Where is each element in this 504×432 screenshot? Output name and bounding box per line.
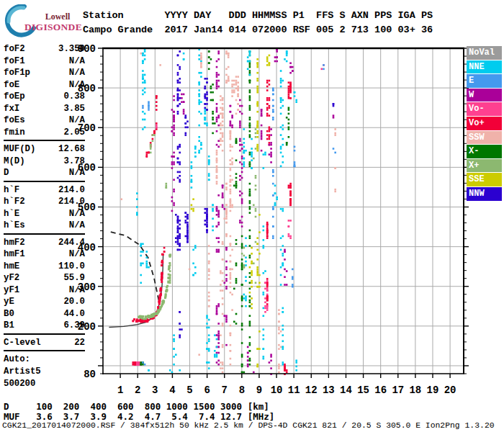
auto-scaling-line: Auto: (4, 354, 85, 366)
param-value: N/A (69, 67, 85, 79)
param-value: N/A (69, 248, 85, 261)
param-row: fxI3.85 (4, 103, 85, 115)
param-label: yF2 (4, 272, 19, 284)
legend-item: Vo+ (467, 117, 502, 130)
param-row: hmF2244.4 (4, 237, 85, 249)
legend-item: W (467, 89, 502, 102)
x-axis-tick-label: 2 (135, 384, 140, 396)
param-value: 214.0 (58, 184, 85, 197)
param-label: B0 (4, 308, 14, 320)
auto-scaling-line: 500200 (4, 378, 85, 390)
x-axis-tick-label: 1 (117, 384, 123, 396)
param-value: 20.0 (63, 296, 85, 308)
param-label: M(D) (4, 156, 25, 168)
param-label: h`Es (4, 220, 25, 232)
x-axis-tick-label: 12 (305, 384, 318, 396)
x-axis-tick-label: 3 (152, 384, 158, 396)
param-row: foEsN/A (4, 114, 85, 127)
param-label: fmin (4, 127, 25, 139)
legend-item: SSE (467, 173, 502, 186)
parameter-panel: foF23.350foF1N/AfoF1pN/AfoEN/AfoEp0.38fx… (4, 43, 85, 390)
param-row: yF1N/A (4, 284, 85, 297)
legend-item: NNE (467, 60, 502, 74)
param-label: fxI (4, 103, 19, 115)
param-label: h`F (4, 184, 19, 197)
param-label: B1 (4, 320, 14, 332)
param-label: hmE (4, 261, 19, 273)
param-label: foEs (4, 114, 25, 127)
param-value: 6.39 (63, 320, 85, 332)
legend-item: E (467, 74, 502, 88)
param-value: 22 (74, 337, 85, 349)
param-row: foEN/A (4, 79, 85, 91)
param-value: N/A (69, 208, 85, 220)
param-row: hmE110.0 (4, 261, 85, 273)
param-label: foF1 (4, 55, 25, 68)
x-axis-tick-label: 11 (288, 384, 300, 396)
param-value: N/A (69, 55, 85, 68)
param-value: 3.78 (63, 156, 85, 168)
distance-row: D 100 200 400 600 800 1000 1500 3000 [km… (4, 401, 269, 412)
param-value: N/A (69, 284, 85, 297)
param-value: N/A (69, 220, 85, 232)
x-axis-tick-label: 13 (323, 384, 335, 396)
param-value: 12.68 (58, 143, 85, 156)
param-row: DN/A (4, 167, 85, 179)
x-axis-tick-label: 9 (256, 384, 262, 396)
param-row: h`F2214.0 (4, 196, 85, 208)
divider (4, 333, 85, 335)
param-label: foF2 (4, 43, 25, 55)
param-label: h`F2 (4, 196, 25, 208)
param-value: 3.85 (63, 103, 85, 115)
param-row: foEp0.38 (4, 91, 85, 103)
param-row: foF1N/A (4, 55, 85, 68)
x-axis-tick-label: 15 (357, 384, 369, 396)
x-axis-tick-label: 10 (271, 384, 283, 396)
x-axis-tick-label: 8 (239, 384, 245, 396)
param-value: 110.0 (58, 261, 85, 273)
param-row: foF23.350 (4, 43, 85, 55)
param-value: N/A (69, 114, 85, 127)
param-label: D (4, 167, 9, 179)
x-axis-tick-label: 16 (374, 384, 387, 396)
divider (4, 140, 85, 141)
param-row: B16.39 (4, 320, 85, 332)
param-row: hmF1N/A (4, 248, 85, 261)
legend-item: Vo- (467, 102, 502, 116)
legend-item: SSW (467, 131, 502, 145)
param-label: foF1p (4, 67, 30, 79)
param-label: MUF(D) (4, 143, 35, 156)
digisonde-ionogram-screen: Lowell DIGISONDE Station YYYY DAY DDD HH… (0, 0, 504, 432)
x-axis-tick-label: 14 (340, 384, 352, 396)
x-axis-tick-label: 20 (444, 384, 456, 396)
x-axis-tick-label: 6 (204, 384, 210, 396)
param-value: N/A (69, 167, 85, 179)
param-row: foF1pN/A (4, 67, 85, 79)
param-label: C-level (4, 337, 41, 349)
x-axis-tick-label: 18 (409, 384, 421, 396)
x-axis-tick-label: 17 (392, 384, 404, 396)
param-label: foEp (4, 91, 25, 103)
x-axis-tick-label: 5 (186, 384, 192, 396)
param-label: h`E (4, 208, 19, 220)
param-row: C-level22 (4, 337, 85, 349)
divider (4, 181, 85, 182)
param-value: 55.9 (63, 272, 85, 284)
muf-row: MUF 3.6 3.7 3.9 4.2 4.7 5.4 7.4 12.7 [MH… (4, 411, 274, 422)
echo-direction-legend: NoValNNEEWVo-Vo+SSWX-X+SSENNW (467, 46, 502, 202)
param-label: yE (4, 296, 14, 308)
param-value: 0.38 (63, 91, 85, 103)
x-axis-tick-label: 4 (169, 384, 175, 396)
param-row: h`EN/A (4, 208, 85, 220)
param-row: yE20.0 (4, 296, 85, 308)
divider (4, 233, 85, 235)
param-row: h`F214.0 (4, 184, 85, 197)
file-info-footer: CGK21_2017014072000.RSF / 384fx512h 50 k… (2, 421, 495, 430)
param-value: 3.350 (58, 43, 85, 55)
param-value: N/A (69, 79, 85, 91)
x-axis-tick-label: 7 (222, 384, 228, 396)
y-axis-tick-label: 80 (84, 369, 96, 380)
param-label: hmF2 (4, 237, 25, 249)
legend-item: NNW (467, 187, 502, 201)
param-row: MUF(D)12.68 (4, 143, 85, 156)
